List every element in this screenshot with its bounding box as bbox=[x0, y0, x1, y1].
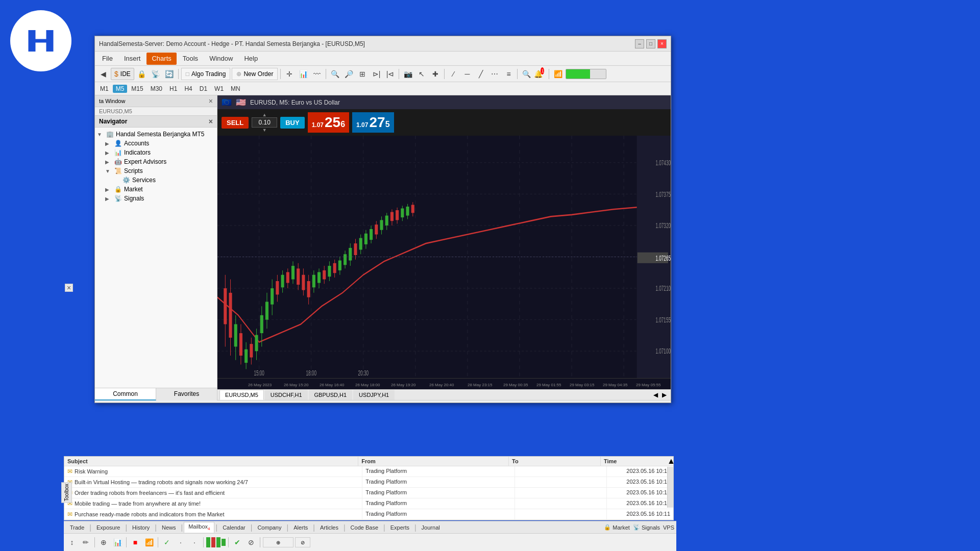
tab-calendar[interactable]: Calendar bbox=[218, 523, 250, 532]
tf-m30[interactable]: M30 bbox=[148, 85, 165, 93]
nav-expert-advisors[interactable]: ▶ 🤖 Expert Advisors bbox=[95, 157, 217, 166]
tf-m5[interactable]: M5 bbox=[113, 85, 128, 93]
nav-scripts[interactable]: ▼ 📜 Scripts bbox=[95, 166, 217, 176]
tf-mn[interactable]: MN bbox=[228, 85, 243, 93]
minimize-button[interactable]: – bbox=[635, 39, 644, 48]
bar-chart-icon[interactable]: 📊 bbox=[297, 68, 309, 80]
tf-w1[interactable]: W1 bbox=[211, 85, 227, 93]
mailbox-scroll[interactable]: ▲ bbox=[667, 457, 673, 466]
tab-mailbox[interactable]: Mailbox4 bbox=[184, 522, 214, 532]
crosshair2-icon[interactable]: ✚ bbox=[429, 68, 442, 80]
tf-h1[interactable]: H1 bbox=[166, 85, 180, 93]
menu-help[interactable]: Help bbox=[239, 53, 263, 65]
bt-icon-4[interactable]: 📊 bbox=[111, 536, 124, 548]
line-icon[interactable]: ⁄ bbox=[447, 68, 459, 80]
bt-icon-2[interactable]: ✏ bbox=[80, 536, 92, 548]
close-button[interactable]: × bbox=[657, 39, 667, 48]
tab-news[interactable]: News bbox=[158, 523, 180, 532]
bt-icon-10[interactable]: ✔ bbox=[231, 536, 243, 548]
chart-tab-gbpusd-h1[interactable]: GBPUSD,H1 bbox=[309, 390, 353, 400]
hline-icon[interactable]: ─ bbox=[461, 68, 473, 80]
menu-window[interactable]: Window bbox=[204, 53, 238, 65]
chart-tab-usdjpy-h1[interactable]: USDJPY,H1 bbox=[353, 390, 395, 400]
mail-row-3[interactable]: ✉ Mobile trading — trade from anywhere a… bbox=[64, 498, 673, 509]
nav-root[interactable]: ▼ 🏢 Handal Semesta Berjangka MT5 bbox=[95, 130, 217, 139]
bt-icon-5[interactable]: ■ bbox=[129, 536, 141, 548]
chart-tab-scroll-left[interactable]: ◀ bbox=[651, 390, 660, 399]
menu-tools[interactable]: Tools bbox=[178, 53, 203, 65]
mailbox-close-button[interactable]: × bbox=[65, 284, 73, 292]
screenshot-icon[interactable]: 📷 bbox=[402, 68, 414, 80]
mail-row-0[interactable]: ✉ Risk Warning Trading Platform 2023.05.… bbox=[64, 466, 673, 477]
tab-company[interactable]: Company bbox=[253, 523, 285, 532]
window-panel-close[interactable]: × bbox=[209, 97, 213, 105]
nav-market[interactable]: ▶ 🔒 Market bbox=[95, 185, 217, 194]
lot-input[interactable] bbox=[252, 117, 277, 128]
bt-icon-3[interactable]: ⊕ bbox=[97, 536, 110, 548]
mailbox-scrollbar[interactable] bbox=[667, 467, 673, 508]
tf-m1[interactable]: M1 bbox=[97, 85, 112, 93]
nav-services[interactable]: ⚙️ Services bbox=[95, 176, 217, 185]
vps-tab[interactable]: VPS bbox=[663, 524, 674, 531]
ide-button[interactable]: $ IDE bbox=[111, 68, 134, 80]
zoom-out-icon[interactable]: 🔎 bbox=[342, 68, 355, 80]
tab-history[interactable]: History bbox=[128, 523, 154, 532]
mail-row-2[interactable]: ✉ Order trading robots from freelancers … bbox=[64, 488, 673, 498]
channel-icon[interactable]: ⋯ bbox=[488, 68, 501, 80]
zoom-in-icon[interactable]: 🔍 bbox=[329, 68, 341, 80]
bt-control-2[interactable]: ⊘ bbox=[295, 537, 310, 547]
chart-tab-scroll-right[interactable]: ▶ bbox=[660, 390, 669, 399]
trend-icon[interactable]: ╱ bbox=[475, 68, 487, 80]
fib-icon[interactable]: ≡ bbox=[502, 68, 514, 80]
bt-icon-6[interactable]: 📶 bbox=[143, 536, 155, 548]
toolbox-label[interactable]: Toolbox bbox=[61, 482, 72, 503]
nav-signals[interactable]: ▶ 📡 Signals bbox=[95, 194, 217, 203]
volume-slider[interactable] bbox=[566, 69, 606, 79]
mail-row-1[interactable]: ✉ Built-in Virtual Hosting — trading rob… bbox=[64, 477, 673, 488]
tab-exposure[interactable]: Exposure bbox=[92, 523, 124, 532]
volume-icon[interactable]: 📶 bbox=[552, 68, 564, 80]
menu-file[interactable]: File bbox=[97, 53, 118, 65]
mail-row-4[interactable]: ✉ Purchase ready-made robots and indicat… bbox=[64, 509, 673, 520]
lock-icon[interactable]: 🔒 bbox=[136, 68, 148, 80]
tab-common[interactable]: Common bbox=[95, 388, 156, 400]
bt-control-1[interactable]: ⊕ bbox=[263, 537, 293, 547]
scroll-left-icon[interactable]: |⊲ bbox=[384, 68, 396, 80]
navigator-close[interactable]: × bbox=[209, 117, 213, 126]
menu-charts[interactable]: Charts bbox=[146, 53, 176, 65]
tab-experts[interactable]: Experts bbox=[386, 523, 413, 532]
crosshair-icon[interactable]: ✛ bbox=[283, 68, 296, 80]
tab-journal[interactable]: Journal bbox=[418, 523, 444, 532]
notification-icon[interactable]: 🔔 1 bbox=[534, 68, 546, 80]
search-toolbar-icon[interactable]: 🔍 bbox=[520, 68, 532, 80]
algo-trading-button[interactable]: □ Algo Trading bbox=[181, 68, 231, 80]
tab-articles[interactable]: Articles bbox=[316, 523, 342, 532]
scroll-right-icon[interactable]: ⊳| bbox=[370, 68, 382, 80]
sell-button[interactable]: SELL bbox=[222, 117, 249, 129]
tf-m15[interactable]: M15 bbox=[128, 85, 146, 93]
signals-tab[interactable]: 📡 Signals bbox=[633, 524, 660, 531]
cursor-icon[interactable]: ↖ bbox=[415, 68, 428, 80]
tab-favorites[interactable]: Favorites bbox=[156, 388, 217, 400]
nav-indicators[interactable]: ▶ 📊 Indicators bbox=[95, 148, 217, 157]
bt-icon-1[interactable]: ↕ bbox=[66, 536, 78, 548]
bt-icon-9[interactable]: · bbox=[188, 536, 201, 548]
bt-icon-8[interactable]: · bbox=[175, 536, 187, 548]
market-tab[interactable]: 🔒 Market bbox=[604, 524, 630, 531]
bt-icon-7[interactable]: ✓ bbox=[161, 536, 173, 548]
new-order-button[interactable]: ⊕ New Order bbox=[232, 68, 278, 80]
refresh-icon[interactable]: 🔄 bbox=[163, 68, 176, 80]
tab-trade[interactable]: Trade bbox=[66, 523, 88, 532]
grid-icon[interactable]: ⊞ bbox=[356, 68, 369, 80]
menu-insert[interactable]: Insert bbox=[119, 53, 146, 65]
bt-icon-11[interactable]: ⊘ bbox=[245, 536, 257, 548]
nav-accounts[interactable]: ▶ 👤 Accounts bbox=[95, 139, 217, 148]
tab-codebase[interactable]: Code Base bbox=[347, 523, 382, 532]
signal-icon[interactable]: 📡 bbox=[150, 68, 162, 80]
back-icon[interactable]: ◀ bbox=[97, 68, 109, 80]
chart-tab-eurusd-m5[interactable]: EURUSD,M5 bbox=[219, 390, 264, 400]
tab-alerts[interactable]: Alerts bbox=[289, 523, 312, 532]
tf-d1[interactable]: D1 bbox=[197, 85, 210, 93]
buy-button[interactable]: BUY bbox=[280, 117, 304, 129]
tf-h4[interactable]: H4 bbox=[181, 85, 195, 93]
